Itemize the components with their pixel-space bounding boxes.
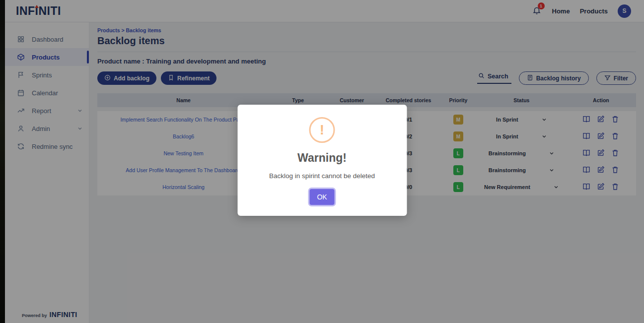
app-screen: INFINITI 1 Home Products S Dashboard <box>0 0 644 323</box>
warning-modal: ! Warning! Backlog in spirint cannot be … <box>237 105 407 216</box>
modal-title: Warning! <box>247 151 397 165</box>
warning-icon: ! <box>309 117 335 143</box>
modal-message: Backlog in spirint cannot be deleted <box>247 172 397 180</box>
ok-button[interactable]: OK <box>309 189 334 205</box>
